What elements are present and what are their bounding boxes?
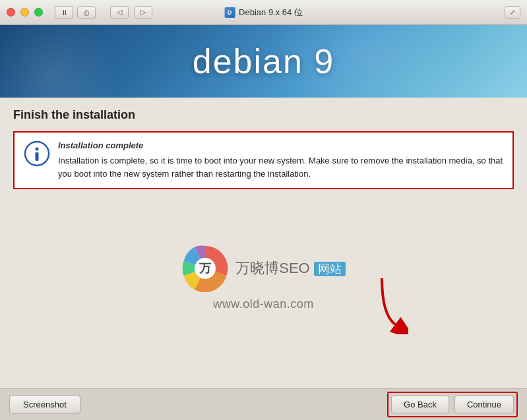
- nav-back-button[interactable]: ◁: [110, 6, 129, 19]
- nav-forward-button[interactable]: ▷: [134, 6, 152, 19]
- app-icon: D: [224, 7, 235, 18]
- brand-text: 万晓博SEO: [235, 260, 309, 276]
- info-body: Installation is complete, so it is time …: [58, 154, 503, 180]
- main-content: Finish the installation Installation com…: [0, 98, 527, 420]
- info-text: Installation complete Installation is co…: [58, 140, 503, 180]
- maximize-button[interactable]: [34, 8, 43, 16]
- svg-point-1: [36, 148, 39, 151]
- arrow-container: [369, 275, 408, 337]
- watermark-text-block: 万晓博SEO 网站: [235, 258, 346, 278]
- watermark-brand: 万晓博SEO 网站: [235, 258, 346, 278]
- close-button[interactable]: [7, 8, 15, 16]
- arrow-icon: [369, 275, 408, 334]
- screenshot-button[interactable]: Screenshot: [9, 395, 80, 414]
- page-heading: Finish the installation: [13, 108, 514, 122]
- pause-button[interactable]: ⏸: [55, 6, 73, 19]
- watermark-url: www.old-wan.com: [213, 297, 314, 311]
- navigation-buttons: Go Back Continue: [387, 392, 518, 417]
- minimize-button[interactable]: [20, 8, 29, 16]
- pause-icon: ⏸: [61, 9, 68, 16]
- title-bar-center: D Debian 9.x 64 位: [224, 7, 303, 18]
- watermark-row: 万 万晓博SEO 网站: [181, 245, 346, 292]
- info-title: Installation complete: [58, 140, 503, 150]
- go-back-button[interactable]: Go Back: [391, 396, 449, 413]
- svg-text:万: 万: [199, 262, 212, 275]
- info-box: Installation complete Installation is co…: [13, 131, 514, 189]
- forward-icon: ▷: [140, 8, 146, 16]
- bottom-bar: Screenshot Go Back Continue: [0, 388, 527, 420]
- svg-rect-2: [36, 152, 39, 161]
- title-bar-right: ⤢: [505, 6, 520, 19]
- title-bar-left: ⏸ ⎙ ◁ ▷: [7, 6, 152, 19]
- app-window: ⏸ ⎙ ◁ ▷ D Debian 9.x 64 位 ⤢: [0, 0, 527, 420]
- screenshot-icon: ⎙: [84, 9, 89, 16]
- back-icon: ◁: [117, 8, 122, 16]
- watermark-badge: 网站: [314, 262, 346, 276]
- watermark-area: 万 万晓博SEO 网站 www.old-wan.com: [13, 198, 514, 357]
- continue-button[interactable]: Continue: [454, 396, 514, 413]
- watermark-content: 万 万晓博SEO 网站 www.old-wan.com: [181, 245, 346, 311]
- debian-title: debian 9: [193, 42, 335, 81]
- screenshot-toolbar-button[interactable]: ⎙: [77, 6, 96, 19]
- debian-banner: debian 9: [0, 25, 527, 98]
- expand-icon: ⤢: [510, 9, 515, 16]
- window-title: Debian 9.x 64 位: [239, 7, 303, 18]
- rainbow-logo: 万: [181, 245, 229, 292]
- title-bar: ⏸ ⎙ ◁ ▷ D Debian 9.x 64 位 ⤢: [0, 0, 527, 25]
- title-bar-controls: ⏸ ⎙: [55, 6, 96, 19]
- expand-button[interactable]: ⤢: [505, 6, 520, 19]
- info-icon: [24, 140, 50, 167]
